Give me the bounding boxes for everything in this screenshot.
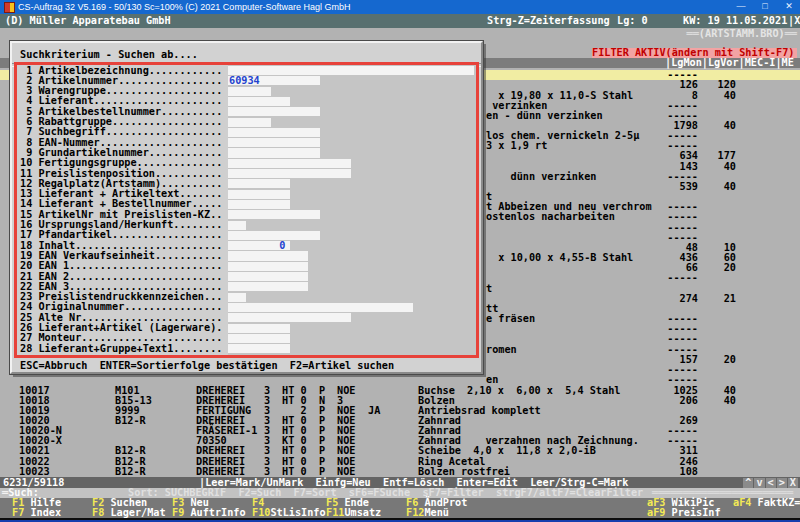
- lgvor-value: 20: [702, 355, 736, 365]
- lgmon-value: -----: [612, 273, 698, 283]
- lgmon-value: -----: [612, 375, 698, 385]
- fkey-label: AuftrInfo: [184, 507, 245, 518]
- zeiterfassung-hint: Strg-Z=Zeiterfassung: [487, 16, 610, 26]
- cell-noe: NOE: [337, 467, 355, 477]
- criterion-input-field[interactable]: [228, 293, 246, 302]
- fkey-label: Umsatz: [344, 507, 381, 518]
- criterion-input-field[interactable]: [228, 282, 308, 291]
- search-criterion-row[interactable]: 28 Lieferant+Gruppe+Text1........: [17, 344, 476, 354]
- row-text-fragment: en - dünn verzinken: [486, 111, 603, 121]
- criterion-label: 28 Lieferant+Gruppe+Text1........: [20, 344, 222, 354]
- search-criterion-row[interactable]: 20 EAN 1.........................: [17, 261, 476, 271]
- criterion-input-field[interactable]: [228, 148, 320, 157]
- browse-label-row: ══(ARTSTAMM.BRO)══: [0, 28, 800, 39]
- criterion-label: 10 Fertigungsgruppe..............: [20, 158, 222, 168]
- lgvor-value: 20: [702, 263, 736, 273]
- criterion-input-field[interactable]: 60934: [228, 76, 320, 85]
- criterion-input-field[interactable]: [228, 169, 351, 178]
- app-window: CS-Auftrag 32 V5.169 - 50/130 Sc=100% (C…: [0, 0, 800, 522]
- fkey-number: aF9: [647, 507, 665, 518]
- criterion-input-field[interactable]: [228, 303, 413, 312]
- fkey-label: PreisInf: [665, 507, 720, 518]
- column-labels: |LgMon|LgVor|MEC-I|ME: [665, 58, 794, 68]
- search-criteria-dialog: Suchkriterium - Suchen ab.... 1 Artikelb…: [10, 41, 483, 374]
- criterion-input-field[interactable]: [228, 210, 320, 219]
- lgvor-value: 21: [702, 294, 736, 304]
- criterion-input-field[interactable]: [228, 344, 290, 353]
- fkey-number: F12: [406, 507, 424, 518]
- cell-lgmon: 206: [612, 396, 698, 406]
- fkey-label: Index: [24, 507, 61, 518]
- criterion-input-field[interactable]: [228, 190, 290, 199]
- cell-bezeichnung: Bolzen rostfrei: [418, 467, 510, 477]
- criterion-input-field[interactable]: [228, 128, 320, 137]
- close-x-indicator[interactable]: |X: [788, 16, 800, 26]
- criterion-value: 0: [279, 241, 285, 251]
- fkey-label: StLisInfo: [270, 507, 325, 518]
- criterion-input-field[interactable]: [228, 159, 351, 168]
- cell-ja: JA: [368, 406, 380, 416]
- criterion-input-field[interactable]: [228, 200, 290, 209]
- app-header-bar: (D) Müller Apparatebau GmbH Strg-Z=Zeite…: [0, 14, 800, 28]
- cell-lgvor: 40: [702, 396, 736, 406]
- fkey-number: F11: [326, 507, 344, 518]
- cell-ht: HT 0: [282, 467, 307, 477]
- criterion-input-field[interactable]: [228, 179, 290, 188]
- company-name: (D) Müller Apparatebau GmbH: [5, 16, 171, 26]
- row-text-fragment: t: [486, 284, 492, 294]
- window-titlebar: CS-Auftrag 32 V5.169 - 50/130 Sc=100% (C…: [0, 0, 800, 14]
- criterion-input-field[interactable]: [228, 66, 474, 75]
- fkey-af9[interactable]: aF9 PreisInf: [647, 508, 721, 518]
- fkey-f12[interactable]: F12Menü: [406, 508, 449, 518]
- criterion-input-field[interactable]: [228, 107, 320, 116]
- criterion-input-field[interactable]: 0: [228, 241, 290, 250]
- criterion-input-field[interactable]: [228, 138, 320, 147]
- bottom-border-bar: [0, 518, 800, 522]
- window-title: CS-Auftrag 32 V5.169 - 50/130 Sc=100% (C…: [18, 1, 350, 13]
- row-text-fragment: 3 x 1,9 rt: [486, 141, 547, 151]
- criterion-input-field[interactable]: [228, 97, 290, 106]
- lgmon-value: 274: [612, 294, 698, 304]
- fkey-f7[interactable]: F7 Index: [12, 508, 61, 518]
- criterion-input-field[interactable]: [228, 272, 308, 281]
- fkey-label: FaktKZ=: [751, 497, 800, 508]
- background-row: en-----: [0, 375, 800, 385]
- criterion-input-field[interactable]: [228, 324, 290, 333]
- criterion-input-field[interactable]: [228, 87, 271, 96]
- lgvor-value: 40: [702, 121, 736, 131]
- fkey-f10[interactable]: F10StLisInfo: [252, 508, 326, 518]
- lgvor-value: 40: [702, 182, 736, 192]
- table-row[interactable]: 10023B12-RDREHEREI3HT 0PNOEBolzen rostfr…: [0, 467, 800, 477]
- criterion-input-field[interactable]: [228, 251, 308, 260]
- fkey-number: F8: [92, 507, 104, 518]
- minimize-button[interactable]: —: [730, 0, 752, 14]
- search-criterion-row[interactable]: 10 Fertigungsgruppe..............: [17, 158, 476, 168]
- fkey-number: F9: [172, 507, 184, 518]
- cell-gruppe: DREHEREI: [196, 467, 245, 477]
- fkey-label: Menü: [424, 507, 449, 518]
- criterion-input-field[interactable]: [228, 221, 246, 230]
- fkey-f11[interactable]: F11Umsatz: [326, 508, 381, 518]
- dialog-footer-hints: ESC=Abbruch ENTER=Sortierfolge bestätige…: [20, 361, 394, 371]
- fkey-af4[interactable]: aF4 FaktKZ=: [733, 498, 800, 508]
- fkey-label: Lager/Mat: [104, 507, 165, 518]
- fkey-number: F7: [12, 507, 24, 518]
- row-text-fragment: ostenlos nacharbeiten: [486, 212, 615, 222]
- dialog-title: Suchkriterium - Suchen ab....: [20, 50, 198, 60]
- criterion-input-field[interactable]: [228, 262, 308, 271]
- fkey-f9[interactable]: F9 AuftrInfo: [172, 508, 246, 518]
- fkey-f8[interactable]: F8 Lager/Mat: [92, 508, 166, 518]
- criterion-input-field[interactable]: [228, 334, 290, 343]
- row-text-fragment: romen: [486, 345, 517, 355]
- cell-lager: 3: [264, 467, 270, 477]
- criterion-input-field[interactable]: [228, 313, 351, 322]
- calendar-week: KW: 19 11.05.2021: [683, 16, 787, 26]
- criterion-input-field[interactable]: [228, 231, 320, 240]
- close-button[interactable]: ✕: [778, 0, 800, 14]
- criteria-list-box: 1 Artikelbezeichnung............ 2 Artik…: [14, 62, 479, 358]
- lgmon-value: 539: [612, 182, 698, 192]
- criterion-label: 20 EAN 1.........................: [20, 261, 222, 271]
- fkey-bar-2: F7 IndexF8 Lager/MatF9 AuftrInfoF10StLis…: [0, 508, 800, 518]
- maximize-button[interactable]: □: [754, 0, 776, 14]
- criterion-input-field[interactable]: [228, 118, 271, 127]
